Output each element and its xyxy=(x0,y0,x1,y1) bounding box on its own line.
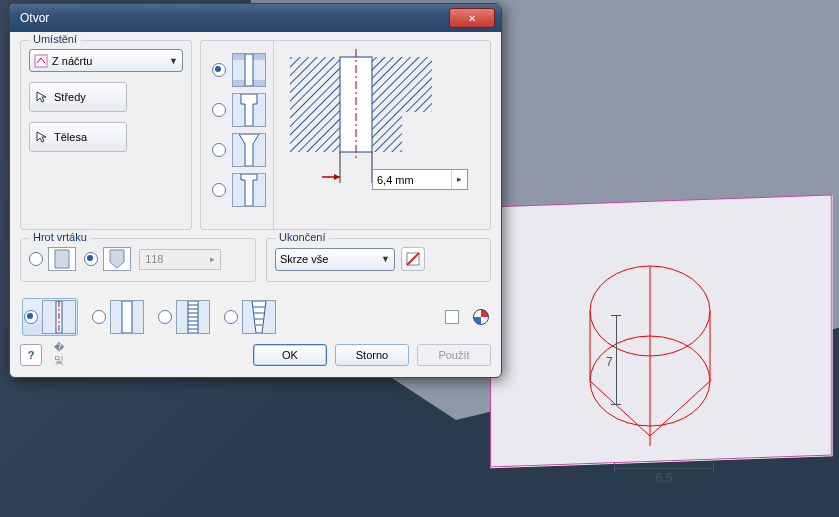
termination-combo[interactable]: Skrze vše ▼ xyxy=(275,248,395,271)
thread-type-row xyxy=(22,298,489,336)
hole-type-simple[interactable] xyxy=(212,53,265,87)
help-icon: ? xyxy=(28,349,35,361)
solids-button-label: Tělesa xyxy=(54,131,87,143)
color-override-icon[interactable] xyxy=(473,309,489,325)
spinner-icon: ▸ xyxy=(210,254,215,264)
diameter-input[interactable] xyxy=(373,174,451,186)
chevron-down-icon: ▼ xyxy=(169,56,178,66)
hole-type-group: ▸ xyxy=(200,40,491,230)
close-button[interactable]: ✕ xyxy=(449,8,495,28)
counterbore-hole-icon xyxy=(232,93,266,127)
hole-type-spotface[interactable] xyxy=(212,173,265,207)
ok-button[interactable]: OK xyxy=(253,344,327,366)
drill-angle-value: 118 xyxy=(145,253,163,265)
drill-point-caption: Hrot vrtáku xyxy=(29,231,91,243)
simple-hole-icon xyxy=(232,53,266,87)
centers-button[interactable]: Středy xyxy=(29,82,127,112)
termination-combo-label: Skrze vše xyxy=(280,253,381,265)
thread-taper[interactable] xyxy=(224,300,276,334)
spotface-hole-icon xyxy=(232,173,266,207)
dimension-radius[interactable]: 6,5 xyxy=(614,468,714,485)
dialog-titlebar[interactable]: Otvor ✕ xyxy=(10,4,501,32)
svg-rect-7 xyxy=(35,55,47,67)
clearance-thread-icon xyxy=(110,300,144,334)
placement-combo-label: Z náčrtu xyxy=(52,55,169,67)
hole-dialog: Otvor ✕ Umístění Z náčrtu ▼ Středy xyxy=(9,3,502,378)
flat-tip-icon xyxy=(48,247,76,271)
drill-angle-field: 118 ▸ xyxy=(139,249,221,270)
close-icon: ✕ xyxy=(468,13,476,24)
expand-toggle-icon[interactable]: �및 xyxy=(50,342,68,367)
placement-group: Umístění Z náčrtu ▼ Středy Tělesa xyxy=(20,40,192,230)
svg-marker-20 xyxy=(334,174,340,180)
placement-combo[interactable]: Z náčrtu ▼ xyxy=(29,49,183,72)
sketch-icon xyxy=(34,54,48,68)
centers-button-label: Středy xyxy=(54,91,86,103)
hole-type-countersink[interactable] xyxy=(212,133,265,167)
dimension-radius-value: 6,5 xyxy=(614,471,714,485)
cursor-icon xyxy=(36,91,48,103)
cursor-icon xyxy=(36,131,48,143)
svg-rect-25 xyxy=(55,250,69,268)
diameter-field[interactable]: ▸ xyxy=(372,169,468,190)
svg-rect-9 xyxy=(245,54,253,86)
drill-point-group: Hrot vrtáku 118 ▸ xyxy=(20,238,256,282)
preserve-checkbox[interactable] xyxy=(445,310,459,324)
termination-group: Ukončení Skrze vše ▼ xyxy=(266,238,491,282)
svg-rect-14 xyxy=(290,57,340,152)
svg-rect-16 xyxy=(372,112,402,152)
placement-caption: Umístění xyxy=(29,33,81,45)
svg-rect-32 xyxy=(122,301,132,333)
dimension-height[interactable]: 7 xyxy=(612,315,617,405)
countersink-hole-icon xyxy=(232,133,266,167)
flip-direction-button[interactable] xyxy=(401,247,425,271)
dimension-height-value: 7 xyxy=(606,355,613,369)
svg-rect-15 xyxy=(372,57,432,112)
flip-direction-icon xyxy=(405,251,421,267)
help-button[interactable]: ? xyxy=(20,344,42,366)
taper-thread-icon xyxy=(242,300,276,334)
drill-angled[interactable] xyxy=(84,247,131,271)
thread-tapped[interactable] xyxy=(158,300,210,334)
tapped-thread-icon xyxy=(176,300,210,334)
angled-tip-icon xyxy=(103,247,131,271)
thread-clearance[interactable] xyxy=(92,300,144,334)
drill-flat[interactable] xyxy=(29,247,76,271)
cancel-button[interactable]: Storno xyxy=(335,344,409,366)
spinner-icon[interactable]: ▸ xyxy=(451,170,466,189)
solids-button[interactable]: Tělesa xyxy=(29,122,127,152)
chevron-down-icon: ▼ xyxy=(381,254,390,264)
hole-type-counterbore[interactable] xyxy=(212,93,265,127)
apply-button: Použít xyxy=(417,344,491,366)
dialog-title: Otvor xyxy=(20,11,449,25)
thread-none[interactable] xyxy=(22,298,78,336)
hole-preview-panel: ▸ xyxy=(273,41,490,229)
none-thread-icon xyxy=(42,300,76,334)
termination-caption: Ukončení xyxy=(275,231,329,243)
sketch-plane xyxy=(490,195,832,468)
